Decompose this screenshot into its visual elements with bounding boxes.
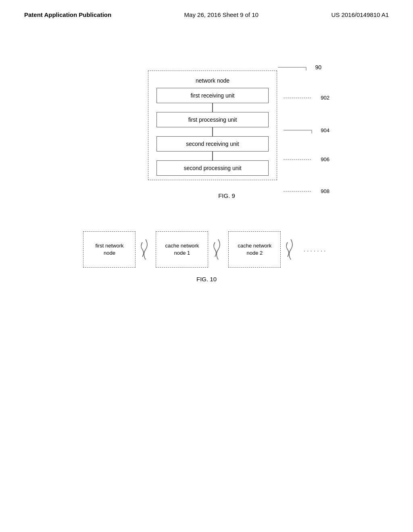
wave-svg-3 [282, 237, 300, 262]
header-left: Patent Application Publication [24, 11, 111, 18]
second-processing-unit-box: second processing unit [156, 160, 269, 176]
fig9-caption: FIG. 9 [218, 192, 235, 199]
ref-906-bracket-svg [284, 157, 320, 162]
second-processing-unit-label: second processing unit [184, 165, 241, 171]
first-processing-unit-label: first processing unit [188, 116, 237, 123]
wave-svg-1 [137, 237, 155, 262]
ref-902-label: 902 [321, 95, 330, 101]
ref-908-label: 908 [321, 188, 330, 194]
cache-network-node2-box: cache network node 2 [228, 231, 281, 268]
cache-network-node2-label: cache network node 2 [238, 242, 272, 257]
wave-connector-3 [281, 231, 301, 268]
connector-1 [212, 103, 213, 112]
first-processing-unit-box: first processing unit [156, 112, 269, 127]
fig10-section: first network node cache network node 1 … [0, 231, 413, 283]
wave-svg-2 [209, 237, 227, 262]
ref-902-line: 902 [284, 95, 330, 101]
ref-904-bracket-svg [284, 126, 320, 134]
continuation-dots: ....... [301, 246, 330, 253]
ref-908-bracket-svg [284, 189, 320, 194]
ref-906-label: 906 [321, 156, 330, 162]
first-network-node-box: first network node [83, 231, 136, 268]
network-node-box: network node first receiving unit first … [148, 71, 277, 180]
fig9-section: network node first receiving unit first … [0, 71, 413, 199]
header-right: US 2016/0149810 A1 [331, 11, 389, 18]
fig10-caption: FIG. 10 [196, 276, 217, 283]
first-network-node-label: first network node [95, 242, 123, 257]
wave-connector-2 [208, 231, 228, 268]
first-receiving-unit-label: first receiving unit [191, 92, 235, 99]
ref-908-line: 908 [284, 188, 330, 194]
page-header: Patent Application Publication May 26, 2… [0, 0, 413, 18]
fig10-diagram: first network node cache network node 1 … [83, 231, 330, 268]
ref-90-bracket-svg [278, 63, 314, 71]
cache-network-node1-box: cache network node 1 [156, 231, 208, 268]
ref-90-label: 90 [315, 64, 321, 71]
ref-904-label: 904 [321, 127, 330, 133]
header-center: May 26, 2016 Sheet 9 of 10 [184, 11, 259, 18]
cache-network-node1-label: cache network node 1 [165, 242, 199, 257]
ref-906-line: 906 [284, 156, 330, 162]
second-receiving-unit-label: second receiving unit [186, 141, 239, 147]
network-node-label: network node [152, 75, 273, 88]
ref-904-line: 904 [284, 126, 330, 134]
wave-connector-1 [136, 231, 156, 268]
ref-90-line: 90 [278, 63, 321, 71]
connector-2 [212, 127, 213, 136]
connector-3 [212, 152, 213, 160]
second-receiving-unit-box: second receiving unit [156, 136, 269, 152]
ref-902-bracket-svg [284, 95, 320, 101]
first-receiving-unit-box: first receiving unit [156, 88, 269, 103]
